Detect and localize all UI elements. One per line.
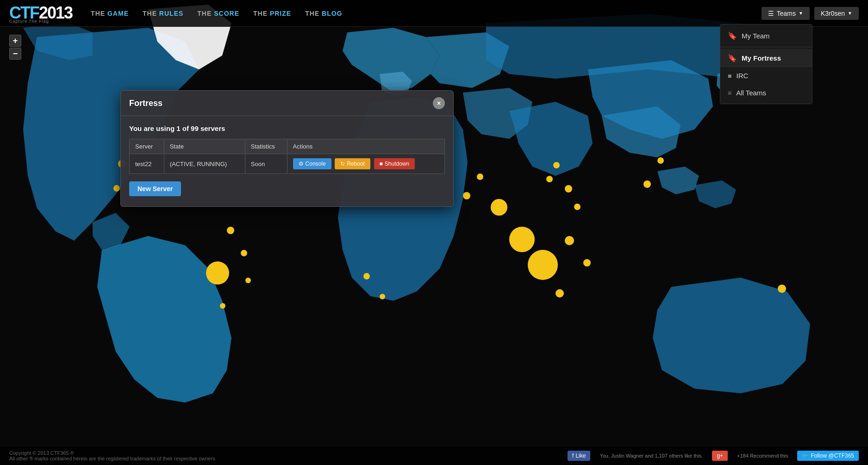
user-label: K3r0sen [821, 10, 845, 17]
map-dot [220, 303, 225, 309]
twitter-follow-button[interactable]: 🐦 Follow @CTF365 [797, 451, 859, 461]
col-state: State [164, 139, 245, 154]
google-icon: g+ [717, 453, 723, 459]
map-dot [583, 259, 591, 267]
nav-links: THE GAME THE RULES THE SCORE THE PRIZE T… [91, 10, 762, 17]
teams-caret: ▼ [799, 11, 803, 16]
map-dot [113, 185, 120, 192]
table-header-row: Server State Statistics Actions [130, 139, 445, 154]
google-plus-button[interactable]: g+ [712, 451, 728, 461]
console-button[interactable]: ⚙ Console [293, 158, 331, 169]
facebook-like-button[interactable]: f Like [568, 451, 590, 461]
map-dot [227, 227, 234, 234]
server-count-text: You are using 1 of 99 servers [129, 124, 445, 132]
footer: Copyright © 2013 CTF365 ® All other ® ma… [0, 446, 868, 465]
console-label: Console [306, 161, 326, 167]
map-dot [565, 185, 572, 192]
shutdown-icon: ■ [380, 161, 383, 167]
map-dot [491, 199, 507, 216]
nav-the-score[interactable]: THE SCORE [197, 10, 239, 17]
hash-icon: ■ [728, 72, 731, 80]
copyright-line1: Copyright © 2013 CTF365 ® [9, 450, 215, 456]
reboot-icon: ↻ [340, 161, 345, 167]
map-dot [380, 294, 385, 299]
fortress-modal: Fortress × You are using 1 of 99 servers… [120, 90, 454, 207]
table-body: test22 (ACTIVE, RUNNING) Soon ⚙ Console … [130, 154, 445, 174]
modal-body: You are using 1 of 99 servers Server Sta… [121, 116, 453, 206]
map-dot [509, 227, 535, 252]
map-dot [657, 157, 664, 164]
map-dot [363, 273, 370, 279]
bookmark-icon-2: 🔖 [728, 54, 737, 62]
map-dot [553, 162, 560, 168]
shutdown-button[interactable]: ■ Shutdown [374, 158, 415, 169]
server-table: Server State Statistics Actions test22 (… [129, 139, 445, 174]
dropdown-divider [720, 47, 812, 47]
dropdown-all-teams[interactable]: ≡ All Teams [720, 84, 812, 101]
map-dot [528, 250, 558, 280]
all-teams-label: All Teams [736, 89, 766, 97]
shutdown-label: Shutdown [385, 161, 409, 167]
my-fortress-label: My Fortress [742, 54, 781, 62]
map-dot [643, 180, 651, 188]
modal-header: Fortress × [121, 91, 453, 116]
facebook-icon: f [572, 453, 574, 459]
cell-state: (ACTIVE, RUNNING) [164, 154, 245, 174]
teams-button[interactable]: ☰ Teams ▼ [762, 7, 810, 20]
irc-label: IRC [736, 72, 748, 80]
nav-the-rules[interactable]: THE RULES [143, 10, 183, 17]
user-button[interactable]: K3r0sen ▼ [814, 7, 859, 20]
map-dot [463, 192, 470, 199]
dropdown-irc[interactable]: ■ IRC [720, 67, 812, 84]
modal-close-button[interactable]: × [433, 97, 445, 109]
map-dot [778, 285, 786, 293]
teams-label: Teams [777, 10, 796, 17]
google-count-text: +184 Recommend this [737, 453, 788, 459]
nav-the-blog[interactable]: THE BLOG [305, 10, 342, 17]
nav-the-prize[interactable]: THE PRIZE [253, 10, 291, 17]
table-row: test22 (ACTIVE, RUNNING) Soon ⚙ Console … [130, 154, 445, 174]
map-dot [574, 204, 581, 210]
cell-actions: ⚙ Console ↻ Reboot ■ Shutdown [287, 154, 444, 174]
cell-statistics: Soon [245, 154, 287, 174]
like-count-text: You, Justin Wagner and 1,107 others like… [599, 453, 703, 459]
console-icon: ⚙ [299, 161, 304, 167]
like-label: Like [575, 453, 586, 459]
map-controls: + − [9, 35, 21, 60]
copyright-line2: All other ® marks contained herein are t… [9, 456, 215, 461]
modal-title: Fortress [129, 99, 162, 108]
table-head: Server State Statistics Actions [130, 139, 445, 154]
teams-dropdown: 🔖 My Team 🔖 My Fortress ■ IRC ≡ All Team… [720, 24, 812, 104]
twitter-icon: 🐦 [802, 453, 809, 459]
col-server: Server [130, 139, 164, 154]
dropdown-my-team[interactable]: 🔖 My Team [720, 27, 812, 45]
footer-copyright: Copyright © 2013 CTF365 ® All other ® ma… [9, 450, 215, 461]
map-dot [206, 261, 229, 285]
map-dot [565, 236, 574, 245]
bookmark-icon: 🔖 [728, 31, 737, 40]
zoom-out-button[interactable]: − [9, 48, 21, 60]
logo: CTF2013 Capture The Flag [9, 3, 72, 24]
reboot-button[interactable]: ↻ Reboot [335, 158, 370, 169]
map-dot [556, 289, 564, 298]
col-statistics: Statistics [245, 139, 287, 154]
navbar: CTF2013 Capture The Flag THE GAME THE RU… [0, 0, 868, 27]
map-dot [546, 176, 553, 182]
map-dot [245, 278, 251, 283]
my-team-label: My Team [742, 32, 770, 40]
dropdown-my-fortress[interactable]: 🔖 My Fortress [720, 49, 812, 67]
cell-server-name: test22 [130, 154, 164, 174]
col-actions: Actions [287, 139, 444, 154]
map-dot [477, 174, 483, 180]
list-icon: ≡ [728, 89, 731, 97]
map-dot [241, 250, 247, 256]
nav-right: ☰ Teams ▼ K3r0sen ▼ [762, 7, 859, 20]
footer-social: f Like You, Justin Wagner and 1,107 othe… [568, 451, 859, 461]
nav-the-game[interactable]: THE GAME [91, 10, 129, 17]
reboot-label: Reboot [347, 161, 365, 167]
zoom-in-button[interactable]: + [9, 35, 21, 47]
user-caret: ▼ [848, 11, 852, 16]
twitter-label: Follow @CTF365 [811, 453, 854, 459]
new-server-button[interactable]: New Server [129, 181, 181, 196]
